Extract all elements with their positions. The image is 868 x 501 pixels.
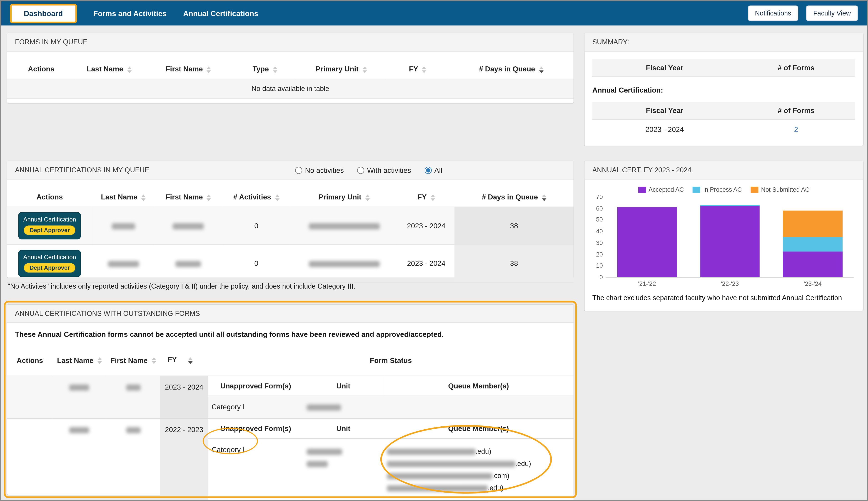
column-header-first-name[interactable]: First Name xyxy=(154,187,222,207)
nested-header-unapproved-forms: Unapproved Form(s) xyxy=(208,419,303,438)
sort-icon[interactable] xyxy=(365,194,370,201)
chart-x-axis: '21-'22'22-'23'23-'24 xyxy=(606,278,854,289)
sort-icon-active[interactable] xyxy=(542,194,546,201)
radio-no-activities[interactable] xyxy=(295,167,303,174)
bar-group xyxy=(617,207,677,277)
annual-cert-chart-panel: ANNUAL CERT. FY 2023 - 2024 Accepted AC … xyxy=(584,161,864,311)
outstanding-description: These Annual Certification forms cannot … xyxy=(7,323,573,344)
tab-annual-certifications[interactable]: Annual Certifications xyxy=(183,9,259,18)
empty-table-row: No data available in table xyxy=(7,79,573,98)
column-header-primary-unit[interactable]: Primary Unit xyxy=(290,187,398,207)
table-row: Annual Certification Dept Approver 0 202… xyxy=(7,207,573,244)
y-tick-label: 70 xyxy=(596,193,603,200)
sort-icon-active[interactable] xyxy=(180,350,201,370)
sort-icon[interactable] xyxy=(362,66,367,73)
redacted-unit xyxy=(307,405,341,411)
redacted-last-name xyxy=(69,427,89,433)
column-header-first-name[interactable]: First Name xyxy=(143,59,234,79)
column-header-actions: Actions xyxy=(7,344,53,376)
ac-queue-table: Actions Last Name First Name # Activitie… xyxy=(7,187,573,282)
fy-value: 2023 - 2024 xyxy=(160,376,208,419)
chart-caption: The chart excludes separated faculty who… xyxy=(592,294,855,302)
nested-header-unit: Unit xyxy=(303,419,384,438)
column-header-days-in-queue[interactable]: # Days in Queue xyxy=(449,59,573,79)
tab-dashboard[interactable]: Dashboard xyxy=(10,4,77,23)
column-header-actions: Actions xyxy=(7,59,75,79)
nested-form-status-table: Unapproved Form(s) Unit Queue Member(s) … xyxy=(208,376,573,418)
summary-row: 2023 - 2024 2 xyxy=(592,120,855,139)
y-tick-label: 50 xyxy=(596,216,603,223)
sort-icon[interactable] xyxy=(127,66,131,73)
form-name: Category I xyxy=(208,396,303,418)
panel-title: FORMS IN MY QUEUE xyxy=(15,38,87,46)
faculty-view-button[interactable]: Faculty View xyxy=(806,6,858,21)
filter-no-activities[interactable]: No activities xyxy=(295,166,344,175)
legend-not-submitted-ac: Not Submitted AC xyxy=(750,186,809,193)
column-header-primary-unit[interactable]: Primary Unit xyxy=(296,59,387,79)
nested-header-queue-members: Queue Member(s) xyxy=(384,419,573,438)
legend-accepted-ac: Accepted AC xyxy=(638,186,684,193)
outstanding-forms-table: Actions Last Name First Name FY Form Sta… xyxy=(7,344,573,501)
fy-value: 2023 - 2024 xyxy=(398,244,454,282)
column-header-type[interactable]: Type xyxy=(234,59,296,79)
sort-icon[interactable] xyxy=(273,66,277,73)
bar-segment xyxy=(617,207,677,277)
sort-icon[interactable] xyxy=(141,194,145,201)
ac-queue-header: ANNUAL CERTIFICATIONS IN MY QUEUE No act… xyxy=(7,161,573,179)
redacted-primary-unit xyxy=(309,223,380,230)
column-header-first-name[interactable]: First Name xyxy=(106,344,160,376)
nav-actions: Notifications Faculty View xyxy=(748,6,858,21)
column-header-last-name[interactable]: Last Name xyxy=(92,187,154,207)
column-header-fy[interactable]: FY xyxy=(386,59,449,79)
sort-icon[interactable] xyxy=(152,358,156,364)
forms-in-my-queue-panel: FORMS IN MY QUEUE Actions Last Name Firs… xyxy=(7,33,574,104)
chart-y-axis: 010203040506070 xyxy=(590,197,606,277)
radio-all[interactable] xyxy=(424,167,431,174)
redacted-email xyxy=(387,461,515,467)
sort-icon[interactable] xyxy=(207,66,211,73)
column-header-days-in-queue[interactable]: # Days in Queue xyxy=(454,187,573,207)
dept-approver-badge: Dept Approver xyxy=(24,226,75,235)
chart-panel-header: ANNUAL CERT. FY 2023 - 2024 xyxy=(585,161,863,179)
column-header-fy[interactable]: FY xyxy=(398,187,454,207)
y-tick-label: 30 xyxy=(596,239,603,246)
nested-row: Category I xyxy=(208,396,573,418)
column-header-last-name[interactable]: Last Name xyxy=(75,59,143,79)
redacted-last-name xyxy=(69,385,89,391)
radio-with-activities[interactable] xyxy=(357,167,364,174)
y-tick-label: 20 xyxy=(596,251,603,257)
notifications-button[interactable]: Notifications xyxy=(748,6,799,21)
column-header-last-name[interactable]: Last Name xyxy=(53,344,106,376)
tab-forms-and-activities[interactable]: Forms and Activities xyxy=(94,9,167,18)
sort-icon-active[interactable] xyxy=(539,66,543,73)
dept-approver-badge: Dept Approver xyxy=(24,263,75,272)
sort-icon[interactable] xyxy=(207,194,211,201)
filter-all[interactable]: All xyxy=(424,166,442,175)
y-tick-label: 60 xyxy=(596,205,603,212)
filter-with-activities[interactable]: With activities xyxy=(357,166,411,175)
annual-certification-label: Annual Certification: xyxy=(592,86,855,94)
annual-certification-button[interactable]: Annual Certification Dept Approver xyxy=(18,250,81,277)
redacted-email xyxy=(387,486,487,492)
sort-icon[interactable] xyxy=(431,194,435,201)
column-header-fy[interactable]: FY xyxy=(160,344,208,376)
summary-table-header: Fiscal Year # of Forms xyxy=(592,59,855,77)
bar-segment xyxy=(700,206,760,277)
redacted-first-name xyxy=(126,427,140,433)
redacted-first-name xyxy=(126,385,140,391)
annual-certification-button[interactable]: Annual Certification Dept Approver xyxy=(18,212,81,239)
panel-title: ANNUAL CERT. FY 2023 - 2024 xyxy=(592,166,691,174)
sort-icon[interactable] xyxy=(422,66,426,73)
column-header-form-status: Form Status xyxy=(208,344,573,376)
forms-count-link[interactable]: 2 xyxy=(794,125,798,134)
bar-group xyxy=(700,205,760,277)
form-name: Category I xyxy=(208,438,303,501)
no-activities-footnote: "No Activites" includes only reported ac… xyxy=(8,283,567,290)
top-navbar: Dashboard Forms and Activities Annual Ce… xyxy=(1,1,867,25)
stacked-bar-chart: 010203040506070 '21-'22'22-'23'23-'24 xyxy=(585,197,863,289)
bar-group xyxy=(783,210,843,277)
nested-row: Category I .edu) .edu) .com) xyxy=(208,438,573,501)
sort-icon[interactable] xyxy=(275,194,279,201)
column-header-activities[interactable]: # Activities xyxy=(222,187,290,207)
sort-icon[interactable] xyxy=(97,358,101,364)
